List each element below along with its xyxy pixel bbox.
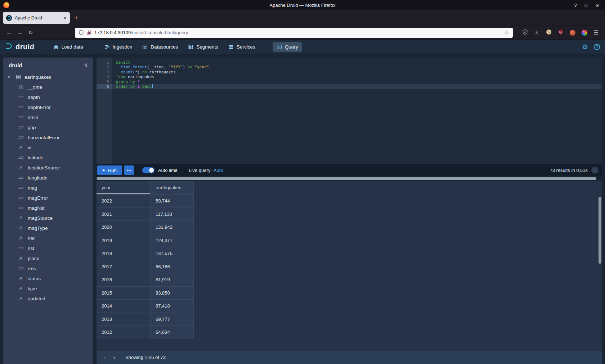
forward-button[interactable]: → — [14, 29, 25, 36]
run-more-options-button[interactable]: ••• — [124, 165, 134, 175]
table-row[interactable]: 201786,166 — [97, 260, 194, 274]
sidebar-column-magSource[interactable]: AmagSource — [3, 213, 93, 223]
live-query-value[interactable]: Auto — [214, 168, 223, 173]
column-sort-icon[interactable]: ⇅ — [84, 63, 88, 68]
bookmark-star-icon[interactable]: ☆ — [504, 29, 509, 36]
window-close-icon[interactable]: ⊗ — [595, 3, 599, 8]
number-type-icon: 123 — [17, 115, 24, 119]
column-header-year[interactable]: year — [97, 181, 151, 195]
sidebar-column-locationSource[interactable]: AlocationSource — [3, 163, 93, 173]
nav-item-query[interactable]: Query — [273, 42, 302, 52]
page-next-icon[interactable]: › — [109, 354, 119, 361]
sidebar-column-dmin[interactable]: 123dmin — [3, 112, 93, 122]
sql-editor[interactable]: 1select2 time_format(__time, 'YYYY') as … — [97, 58, 602, 164]
code-line-2[interactable]: 2 time_format(__time, 'YYYY') as "year", — [97, 65, 602, 69]
nav-item-label: Datasources — [151, 44, 178, 50]
cookie-profile-icon[interactable] — [546, 29, 552, 36]
table-row[interactable]: 202259,744 — [97, 195, 194, 208]
table-row[interactable]: 201583,850 — [97, 287, 194, 300]
help-icon[interactable]: ? — [594, 44, 600, 50]
settings-gear-icon[interactable]: ⚙ — [582, 43, 588, 51]
sidebar-column-rms[interactable]: 123rms — [3, 263, 93, 273]
chevron-down-icon[interactable]: ▾ — [8, 75, 12, 79]
extension-icon[interactable] — [522, 29, 528, 36]
sidebar-column-depthError[interactable]: 123depthError — [3, 102, 93, 112]
table-row[interactable]: 201369,777 — [97, 313, 194, 326]
nav-divider — [45, 43, 45, 50]
table-row[interactable]: 2021117,133 — [97, 208, 194, 221]
line-number: 1 — [97, 60, 112, 65]
table-row[interactable]: 201264,634 — [97, 326, 194, 339]
insecure-lock-icon[interactable] — [86, 30, 92, 35]
text-cursor — [152, 84, 153, 88]
cell-year: 2020 — [97, 221, 151, 234]
plasma-star-icon[interactable] — [582, 30, 587, 36]
sidebar-column-latitude[interactable]: 123latitude — [3, 153, 93, 163]
nav-item-load-data[interactable]: Load data — [49, 42, 87, 52]
auto-limit-toggle[interactable] — [142, 167, 154, 173]
horizontal-scrollbar[interactable] — [97, 177, 602, 180]
code-line-5[interactable]: 5group by 1 — [97, 79, 602, 84]
sidebar-column-updated[interactable]: Aupdated — [3, 294, 93, 304]
auto-limit-label: Auto limit — [158, 168, 177, 173]
download-results-icon[interactable]: ↓ — [591, 167, 599, 174]
horizontal-scrollbar-thumb[interactable] — [97, 177, 596, 180]
results-header: yearearthquakes — [97, 181, 194, 195]
sidebar-column-mag[interactable]: 123mag — [3, 183, 93, 193]
downloads-icon[interactable] — [534, 29, 540, 36]
hamburger-menu-icon[interactable]: ☰ — [593, 29, 599, 36]
sidebar-column-magType[interactable]: AmagType — [3, 223, 93, 233]
sidebar-column-place[interactable]: Aplace — [3, 253, 93, 263]
druid-brand[interactable]: druid — [5, 42, 35, 51]
sidebar-column-magNst[interactable]: 123magNst — [3, 203, 93, 213]
nav-item-services[interactable]: Services — [224, 42, 259, 52]
url-bar[interactable]: 172.18.0.4:30109 /unified-console.html#q… — [75, 28, 513, 38]
run-button[interactable]: ▶ Run — [97, 165, 122, 175]
table-row[interactable]: 2019124,377 — [97, 234, 194, 247]
code-line-6[interactable]: 6order by 1 desc — [97, 84, 602, 89]
ublock-icon[interactable] — [558, 29, 564, 36]
schema-title: druid — [9, 62, 22, 68]
sidebar-column-__time[interactable]: __time — [3, 82, 93, 92]
code-line-1[interactable]: 1select — [97, 60, 602, 65]
code-line-4[interactable]: 4from earthquakes — [97, 74, 602, 79]
sidebar-column-magError[interactable]: 123magError — [3, 193, 93, 203]
tab-close-icon[interactable]: × — [61, 15, 67, 21]
number-type-icon: 123 — [17, 136, 24, 139]
column-header-earthquakes[interactable]: earthquakes — [151, 181, 194, 195]
vertical-scrollbar-thumb[interactable] — [599, 197, 601, 264]
sidebar-column-nst[interactable]: 123nst — [3, 243, 93, 253]
nav-item-segments[interactable]: Segments — [184, 42, 222, 52]
table-row[interactable]: 2020131,942 — [97, 221, 194, 234]
sidebar-column-horizontalError[interactable]: 123horizontalError — [3, 132, 93, 142]
account-avatar-icon[interactable] — [570, 30, 575, 36]
sidebar-column-net[interactable]: Anet — [3, 233, 93, 243]
nav-item-datasources[interactable]: Datasources — [138, 42, 182, 52]
code-line-3[interactable]: 3 count(*) as earthquakes — [97, 70, 602, 74]
sidebar-column-type[interactable]: Atype — [3, 283, 93, 294]
window-menu-chevron-icon[interactable]: ∨ — [574, 3, 578, 8]
new-tab-button[interactable]: + — [74, 14, 78, 22]
tracking-shield-icon[interactable] — [79, 30, 84, 35]
line-number: 5 — [97, 79, 112, 84]
table-row[interactable]: 201487,418 — [97, 300, 194, 313]
line-number: 2 — [97, 65, 112, 69]
sidebar-column-status[interactable]: Astatus — [3, 273, 93, 283]
table-row[interactable]: 2018137,575 — [97, 247, 194, 260]
sidebar-column-longitude[interactable]: 123longitude — [3, 173, 93, 183]
sidebar-column-gap[interactable]: 123gap — [3, 122, 93, 132]
table-row[interactable]: 201681,919 — [97, 273, 194, 287]
nav-item-ingestion[interactable]: Ingestion — [100, 42, 136, 52]
sidebar-column-id[interactable]: Aid — [3, 142, 93, 153]
back-button[interactable]: ← — [4, 29, 14, 36]
number-type-icon: 123 — [17, 186, 24, 190]
browser-tab-apache-druid[interactable]: Apache Druid × — [3, 12, 70, 24]
datasource-row-earthquakes[interactable]: ▾ earthquakes — [3, 72, 93, 82]
cell-earthquakes: 86,166 — [151, 260, 194, 274]
sidebar-column-depth[interactable]: 123depth — [3, 92, 93, 102]
window-maximize-icon[interactable]: ◇ — [584, 3, 588, 8]
pagination-info: Showing 1-25 of 73 — [125, 355, 166, 360]
page-prev-icon[interactable]: ‹ — [100, 354, 109, 361]
datasources-icon — [142, 44, 148, 50]
reload-button[interactable]: ↻ — [25, 29, 36, 36]
